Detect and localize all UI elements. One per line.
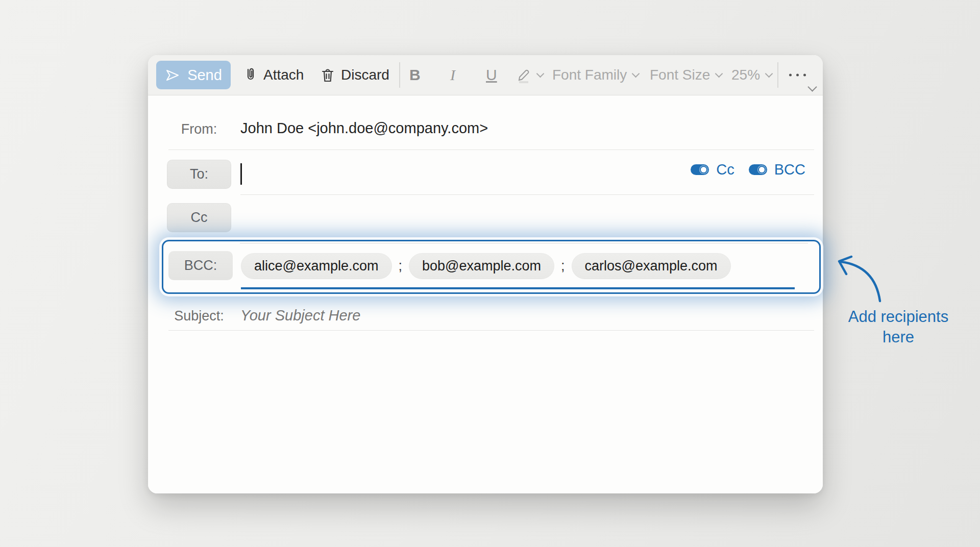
annotation-line2: here [835, 327, 962, 347]
bcc-field-underline [241, 287, 795, 289]
send-button[interactable]: Send [156, 61, 231, 89]
compose-toolbar: Send Attach [148, 55, 823, 95]
attach-button[interactable]: Attach [244, 67, 304, 83]
paper-plane-icon [165, 68, 180, 82]
bcc-toggle[interactable] [749, 164, 767, 175]
text-cursor [240, 163, 242, 185]
annotation-line1: Add recipients [835, 307, 962, 327]
recipient-chip[interactable]: alice@example.com [241, 253, 392, 279]
paperclip-icon [244, 67, 257, 83]
cc-field-underline [240, 243, 808, 243]
bcc-field-button[interactable]: BCC: [168, 251, 233, 280]
chevron-down-icon [536, 69, 545, 78]
chevron-down-icon [632, 69, 640, 78]
annotation-text: Add recipients here [835, 307, 962, 347]
italic-label: I [450, 66, 455, 84]
toggle-knob [758, 166, 766, 173]
bcc-field-highlighted[interactable]: BCC: alice@example.com;bob@example.com;c… [162, 240, 821, 294]
overflow-button[interactable] [789, 74, 806, 77]
bcc-toggle-label: BCC [774, 161, 805, 178]
pen-icon [516, 66, 533, 84]
compose-window: Send Attach [148, 55, 823, 493]
recipient-toggles: Cc BCC [691, 155, 805, 184]
recipient-separator: ; [561, 258, 565, 274]
to-field-button[interactable]: To: [167, 160, 231, 189]
subject-input[interactable]: Your Subject Here [240, 307, 360, 324]
cc-field-button[interactable]: Cc [167, 203, 231, 232]
discard-button[interactable]: Discard [321, 67, 389, 83]
toolbar-divider [399, 62, 400, 88]
zoom-dropdown[interactable]: 25% [731, 67, 772, 83]
italic-button[interactable]: I [450, 66, 455, 84]
chevron-down-icon [765, 69, 773, 78]
font-family-dropdown[interactable]: Font Family [552, 67, 639, 83]
cc-toggle[interactable] [691, 164, 709, 175]
recipient-chip[interactable]: bob@example.com [409, 253, 554, 279]
collapse-toolbar-chevron-icon[interactable] [807, 82, 817, 91]
cc-label: Cc [191, 210, 208, 226]
zoom-level-label: 25% [731, 67, 760, 83]
cc-toggle-label: Cc [716, 161, 734, 178]
discard-label: Discard [341, 67, 389, 83]
chevron-down-icon [715, 69, 723, 78]
email-compose-screen: Send Attach [0, 0, 980, 547]
from-label: From: [167, 121, 231, 137]
trash-icon [321, 67, 335, 83]
bold-button[interactable]: B [409, 66, 421, 84]
font-size-dropdown[interactable]: Font Size [650, 67, 722, 83]
underline-label: U [486, 66, 497, 84]
bold-label: B [409, 66, 421, 84]
message-body-editor[interactable] [148, 331, 823, 493]
annotation-arrow-icon [831, 252, 897, 313]
font-size-label: Font Size [650, 67, 710, 83]
bcc-recipient-list[interactable]: alice@example.com;bob@example.com;carlos… [241, 253, 731, 279]
underline-button[interactable]: U [486, 66, 497, 84]
to-label: To: [190, 166, 208, 182]
subject-label: Subject: [167, 308, 231, 324]
highlight-dropdown[interactable] [516, 66, 543, 84]
from-value: John Doe <john.doe@company.com> [240, 120, 488, 137]
attach-label: Attach [263, 67, 304, 83]
font-family-label: Font Family [552, 67, 627, 83]
recipient-chip[interactable]: carlos@example.com [572, 253, 731, 279]
toolbar-divider [777, 62, 778, 88]
toggle-knob [700, 166, 707, 173]
recipient-separator: ; [399, 258, 403, 274]
ellipsis-icon [789, 74, 792, 77]
bcc-label: BCC: [184, 258, 217, 274]
send-label: Send [187, 67, 222, 84]
row-divider [168, 150, 814, 150]
to-field-underline [240, 194, 814, 195]
